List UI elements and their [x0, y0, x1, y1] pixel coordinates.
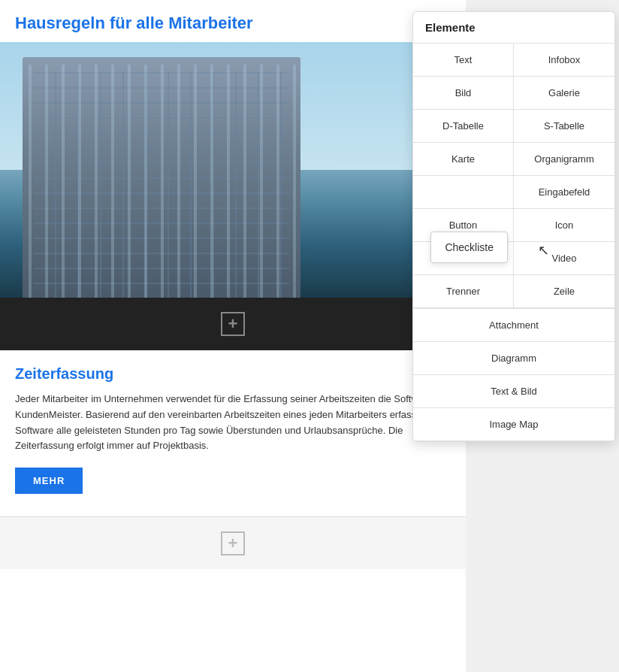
element-d-tabelle[interactable]: D-Tabelle — [413, 110, 514, 143]
element-bild[interactable]: Bild — [413, 77, 514, 110]
zeiterfassung-text: Jeder Mitarbeiter im Unternehmen verwend… — [15, 392, 451, 454]
page-title: Hausregeln für alle Mitarbeiter — [15, 14, 451, 33]
add-icon-top[interactable]: + — [221, 312, 245, 336]
element-zeile[interactable]: Zeile — [514, 275, 614, 308]
element-trenner[interactable]: Trenner — [413, 275, 514, 308]
page-header: Hausregeln für alle Mitarbeiter — [0, 0, 466, 42]
building-graphic — [23, 57, 300, 298]
main-content: Hausregeln für alle Mitarbeiter + Zeiter… — [0, 0, 466, 672]
element-eingabefeld[interactable]: Eingabefeld — [514, 176, 614, 209]
add-icon-bottom[interactable]: + — [221, 531, 245, 555]
element-video[interactable]: Video — [514, 242, 614, 275]
element-karte[interactable]: Karte — [413, 143, 514, 176]
element-infobox[interactable]: Infobox — [514, 44, 614, 77]
element-image-map[interactable]: Image Map — [413, 408, 614, 440]
element-organigramm[interactable]: Organigramm — [514, 143, 614, 176]
mehr-button[interactable]: MEHR — [15, 468, 83, 494]
element-attachment[interactable]: Attachment — [413, 309, 614, 342]
element-text[interactable]: Text — [413, 44, 514, 77]
element-s-tabelle[interactable]: S-Tabelle — [514, 110, 614, 143]
hero-image — [0, 42, 466, 298]
elements-single-list: Attachment Diagramm Text & Bild Image Ma… — [413, 309, 614, 441]
element-diagramm[interactable]: Diagramm — [413, 342, 614, 375]
add-section-top[interactable]: + — [0, 298, 466, 350]
element-text-bild[interactable]: Text & Bild — [413, 375, 614, 408]
element-galerie[interactable]: Galerie — [514, 77, 614, 110]
zeiterfassung-section: Zeiterfassung Jeder Mitarbeiter im Unter… — [0, 350, 466, 516]
panel-header: Elemente — [413, 12, 614, 44]
element-icon[interactable]: Icon — [514, 209, 614, 242]
element-empty[interactable] — [413, 176, 514, 209]
elements-panel: Elemente Text Infobox Bild Galerie D-Tab… — [412, 11, 615, 442]
building-windows — [23, 65, 300, 298]
elements-grid: Text Infobox Bild Galerie D-Tabelle S-Ta… — [413, 44, 614, 309]
zeiterfassung-title: Zeiterfassung — [15, 365, 451, 383]
checkliste-popup[interactable]: Checkliste — [430, 232, 508, 263]
add-section-bottom[interactable]: + — [0, 516, 466, 569]
